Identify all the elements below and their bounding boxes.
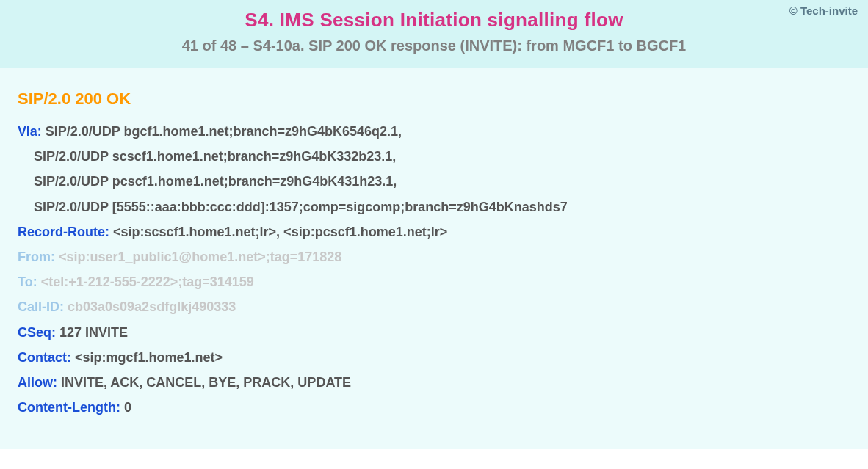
header-name-content-length: Content-Length	[18, 400, 116, 415]
header-value-via-0: SIP/2.0/UDP bgcf1.home1.net;branch=z9hG4…	[46, 124, 402, 139]
sip-message-panel: SIP/2.0 200 OK Via: SIP/2.0/UDP bgcf1.ho…	[0, 68, 868, 449]
page-title: S4. IMS Session Initiation signalling fl…	[15, 9, 853, 32]
sip-header-from: From: <sip:user1_public1@home1.net>;tag=…	[18, 244, 850, 269]
sip-header-allow: Allow: INVITE, ACK, CANCEL, BYE, PRACK, …	[18, 370, 850, 395]
sip-header-cseq: CSeq: 127 INVITE	[18, 320, 850, 345]
copyright-notice: © Tech-invite	[789, 4, 858, 17]
sip-header-content-length: Content-Length: 0	[18, 395, 850, 420]
sip-header-contact: Contact: <sip:mgcf1.home1.net>	[18, 345, 850, 370]
sip-header-via-cont-1: SIP/2.0/UDP scscf1.home1.net;branch=z9hG…	[18, 144, 850, 169]
header-name-allow: Allow	[18, 375, 53, 390]
sip-status-line: SIP/2.0 200 OK	[18, 90, 850, 109]
header-value-cseq: 127 INVITE	[59, 325, 128, 340]
header-name-cseq: CSeq	[18, 325, 51, 340]
header-value-via-1: SIP/2.0/UDP scscf1.home1.net;branch=z9hG…	[34, 149, 396, 164]
header-name-from: From	[18, 250, 51, 264]
header-value-call-id: cb03a0s09a2sdfglkj490333	[68, 299, 236, 314]
page-subtitle: 41 of 48 – S4-10a. SIP 200 OK response (…	[15, 37, 853, 54]
header-value-via-3: SIP/2.0/UDP [5555::aaa:bbb:ccc:ddd]:1357…	[34, 200, 568, 214]
sip-header-via-cont-2: SIP/2.0/UDP pcscf1.home1.net;branch=z9hG…	[18, 169, 850, 194]
header-value-contact: <sip:mgcf1.home1.net>	[75, 350, 223, 365]
header-value-allow: INVITE, ACK, CANCEL, BYE, PRACK, UPDATE	[61, 375, 351, 390]
header-name-contact: Contact	[18, 350, 67, 365]
header-value-via-2: SIP/2.0/UDP pcscf1.home1.net;branch=z9hG…	[34, 174, 397, 189]
sip-header-to: To: <tel:+1-212-555-2222>;tag=314159	[18, 269, 850, 294]
header-value-from: <sip:user1_public1@home1.net>;tag=171828	[59, 250, 341, 264]
header-name-record-route: Record-Route	[18, 225, 105, 239]
sip-header-call-id: Call-ID: cb03a0s09a2sdfglkj490333	[18, 294, 850, 319]
sip-header-via: Via: SIP/2.0/UDP bgcf1.home1.net;branch=…	[18, 119, 850, 144]
header-name-call-id: Call-ID	[18, 299, 59, 314]
sip-header-record-route: Record-Route: <sip:scscf1.home1.net;lr>,…	[18, 219, 850, 244]
sip-header-via-cont-3: SIP/2.0/UDP [5555::aaa:bbb:ccc:ddd]:1357…	[18, 194, 850, 219]
header-name-to: To	[18, 275, 33, 289]
header-value-to: <tel:+1-212-555-2222>;tag=314159	[41, 275, 254, 289]
header-value-content-length: 0	[124, 400, 131, 415]
header-value-record-route: <sip:scscf1.home1.net;lr>, <sip:pcscf1.h…	[113, 225, 447, 239]
header-name-via: Via	[18, 124, 37, 139]
header-band: © Tech-invite S4. IMS Session Initiation…	[0, 0, 868, 68]
